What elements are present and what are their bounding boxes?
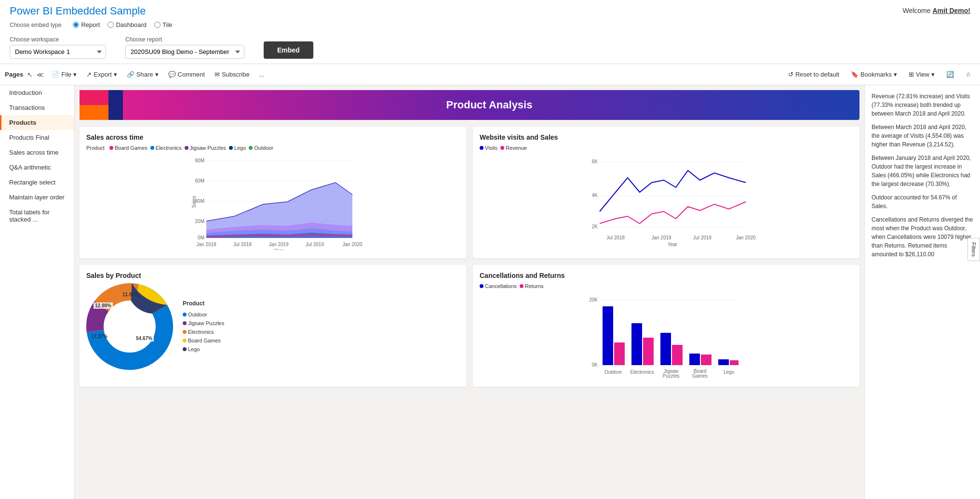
sales-chart-svg: 80M 60M 40M 20M 0M Sales	[86, 154, 459, 250]
donut-legend-label: Product	[183, 300, 224, 307]
visits-legend: Visits Revenue	[480, 145, 853, 151]
svg-text:Jan 2019: Jan 2019	[268, 242, 289, 247]
sidebar-item-total-labels[interactable]: Total labels for stacked ...	[0, 205, 74, 227]
file-button[interactable]: 📄 File ▾	[48, 69, 81, 80]
cancellations-legend: Cancellations Returns	[480, 283, 853, 289]
file-label: File	[61, 71, 71, 78]
refresh-button[interactable]: 🔄	[942, 69, 958, 80]
sidebar-item-qa-arithmetic[interactable]: Q&A arithmetic	[0, 160, 74, 175]
comment-label: Comment	[178, 71, 205, 78]
svg-text:4K: 4K	[592, 193, 598, 198]
workspace-select[interactable]: Demo Workspace 1	[10, 45, 106, 59]
visits-chart-svg: 6K 4K 2K Jul 2018 Jan 2019 Jul 2019	[480, 154, 853, 250]
refresh-icon: 🔄	[946, 71, 954, 78]
bar-lego-return	[730, 360, 738, 365]
pages-label: Pages	[5, 71, 23, 78]
svg-text:Electronics: Electronics	[631, 369, 654, 375]
sidebar-item-products[interactable]: Products	[0, 115, 74, 130]
star-icon: ☆	[966, 71, 971, 78]
share-icon: 🔗	[127, 71, 134, 78]
welcome-text: Welcome Amit Demo!	[902, 7, 970, 14]
sidebar-item-introduction[interactable]: Introduction	[0, 85, 74, 100]
star-button[interactable]: ☆	[962, 69, 975, 80]
legend-boardgames-donut: Board Games	[183, 338, 224, 343]
bar-lego-cancel	[718, 359, 729, 365]
filters-tab-label[interactable]: Filters	[967, 238, 980, 261]
analysis-panel: Revenue (72.81% increase) and Visits (77…	[864, 85, 980, 499]
legend-outdoor: Outdoor	[249, 145, 273, 151]
website-visits-card: Website visits and Sales Visits Revenue …	[473, 127, 859, 258]
share-label: Share	[136, 71, 153, 78]
comment-icon: 💬	[168, 71, 176, 78]
analysis-p2: Between March 2018 and April 2020, the a…	[872, 123, 973, 149]
cancellations-title: Cancellations and Returns	[480, 272, 853, 279]
svg-text:60M: 60M	[195, 178, 204, 184]
export-icon: ↗	[86, 71, 92, 78]
app-title: Power BI Embedded Sample	[10, 5, 173, 17]
reset-button[interactable]: ↺ Reset to default	[784, 69, 843, 80]
file-chevron: ▾	[73, 71, 77, 78]
embed-type-radio-group: Report Dashboard Tile	[73, 21, 172, 28]
sidebar-item-rectangle-select[interactable]: Rectangle select	[0, 175, 74, 190]
bookmarks-chevron: ▾	[894, 71, 897, 78]
legend-jigsaw-donut: Jigsaw Puzzles	[183, 320, 224, 326]
sidebar-item-maintain-layer-order[interactable]: Maintain layer order	[0, 190, 74, 205]
sidebar: Introduction Transactions Products Produ…	[0, 85, 75, 499]
svg-text:Jul 2019: Jul 2019	[306, 242, 324, 247]
report-dropdown-group: Choose report 2020SU09 Blog Demo - Septe…	[125, 36, 244, 59]
radio-dashboard[interactable]: Dashboard	[107, 21, 147, 28]
legend-lego: Lego	[229, 145, 246, 151]
legend-outdoor-donut: Outdoor	[183, 312, 224, 317]
donut-svg	[86, 283, 173, 370]
svg-text:0K: 0K	[592, 362, 598, 368]
svg-text:Jan 2018: Jan 2018	[196, 242, 216, 247]
svg-text:Outdoor: Outdoor	[604, 369, 622, 375]
report-banner-container: Product Analysis	[80, 90, 859, 120]
donut-container: 11.96% 12.98% 17.37% 54.67% Product Outd…	[86, 283, 459, 371]
svg-text:Year: Year	[668, 242, 678, 247]
welcome-user: Amit Demo!	[932, 7, 970, 14]
svg-text:Jul 2018: Jul 2018	[606, 235, 625, 240]
svg-text:Sales: Sales	[191, 196, 197, 208]
collapse-icon[interactable]: ≪	[35, 69, 46, 80]
bookmarks-label: Bookmarks	[860, 71, 892, 78]
report-select[interactable]: 2020SU09 Blog Demo - September	[125, 45, 244, 59]
sales-legend-label: Product	[86, 145, 105, 151]
radio-report[interactable]: Report	[73, 21, 100, 28]
share-button[interactable]: 🔗 Share ▾	[123, 69, 162, 80]
report-area: Product Analysis Sales across time Produ…	[75, 85, 864, 499]
main-layout: Introduction Transactions Products Produ…	[0, 85, 980, 499]
svg-text:6K: 6K	[592, 159, 598, 164]
cancellations-card: Cancellations and Returns Cancellations …	[473, 265, 859, 387]
filters-tab[interactable]: Filters	[967, 238, 980, 261]
sidebar-item-sales-across-time[interactable]: Sales across time	[0, 145, 74, 160]
svg-text:Jul 2019: Jul 2019	[693, 235, 712, 240]
charts-grid: Sales across time Product Board Games El…	[80, 127, 859, 387]
legend-electronics-donut: Electronics	[183, 329, 224, 335]
comment-button[interactable]: 💬 Comment	[164, 69, 209, 80]
bookmarks-button[interactable]: 🔖 Bookmarks ▾	[847, 69, 901, 80]
radio-tile[interactable]: Tile	[154, 21, 172, 28]
sales-by-product-card: Sales by Product	[80, 265, 466, 387]
view-button[interactable]: ⊞ View ▾	[905, 69, 939, 80]
embed-button[interactable]: Embed	[264, 41, 313, 59]
subscribe-icon: ✉	[215, 71, 220, 78]
sidebar-item-transactions[interactable]: Transactions	[0, 100, 74, 115]
embed-type-label: Choose embed type	[10, 22, 61, 28]
website-visits-title: Website visits and Sales	[480, 133, 853, 141]
sidebar-item-products-final[interactable]: Products Final	[0, 130, 74, 145]
share-chevron: ▾	[155, 71, 159, 78]
view-icon: ⊞	[909, 71, 914, 78]
export-chevron: ▾	[114, 71, 117, 78]
svg-text:Jan 2020: Jan 2020	[342, 242, 362, 247]
more-button[interactable]: ...	[255, 69, 268, 80]
reset-label: Reset to default	[795, 71, 839, 78]
subscribe-button[interactable]: ✉ Subscribe	[211, 69, 254, 80]
donut-chart: 11.96% 12.98% 17.37% 54.67%	[86, 283, 173, 371]
sales-across-time-title: Sales across time	[86, 133, 459, 141]
export-button[interactable]: ↗ Export ▾	[82, 69, 121, 80]
report-inner: Product Analysis Sales across time Produ…	[75, 85, 864, 392]
bar-board-cancel	[689, 354, 700, 365]
svg-text:20K: 20K	[589, 297, 598, 302]
cursor-icon: ↖	[27, 71, 33, 79]
